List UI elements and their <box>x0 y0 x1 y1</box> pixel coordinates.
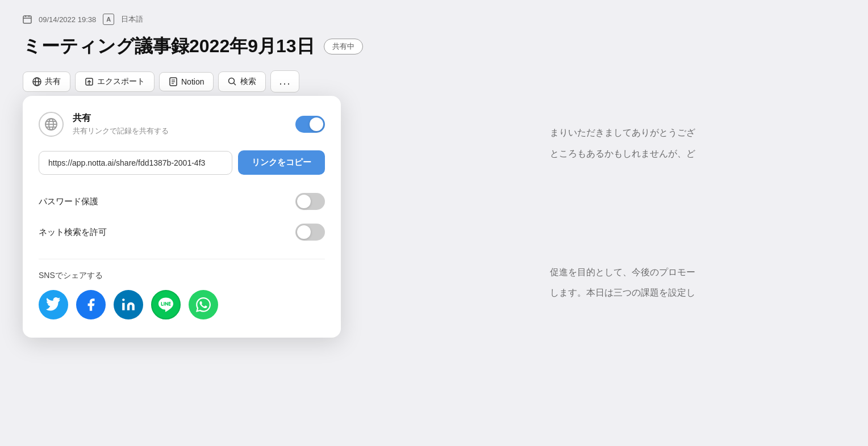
shared-badge: 共有中 <box>324 39 363 54</box>
line-share-button[interactable] <box>151 290 181 319</box>
notion-button[interactable]: Notion <box>159 72 214 91</box>
translate-icon: A <box>103 14 114 25</box>
export-button[interactable]: エクスポート <box>75 71 155 92</box>
globe-icon <box>39 112 64 137</box>
netsearch-option-row: ネット検索を許可 <box>39 217 325 247</box>
linkedin-share-button[interactable] <box>114 290 143 319</box>
facebook-share-button[interactable] <box>76 290 106 319</box>
svg-line-14 <box>234 83 236 85</box>
url-row: リンクをコピー <box>39 150 325 175</box>
search-button[interactable]: 検索 <box>218 71 266 92</box>
svg-point-13 <box>229 78 235 83</box>
copy-link-button[interactable]: リンクをコピー <box>238 150 325 175</box>
twitter-share-button[interactable] <box>39 290 68 319</box>
calendar-icon <box>23 15 32 24</box>
page-title: ミーティング議事録2022年9月13日 <box>23 34 315 59</box>
share-icon <box>32 77 41 86</box>
search-icon <box>228 77 237 86</box>
meta-date: 09/14/2022 19:38 <box>39 15 96 24</box>
sns-section: SNSでシェアする <box>39 259 325 319</box>
password-label: パスワード保護 <box>39 196 98 207</box>
share-text: 共有 共有リンクで記録を共有する <box>73 112 286 136</box>
netsearch-toggle[interactable] <box>295 224 325 241</box>
toolbar: 共有 エクスポート Notion 検索 <box>23 70 845 92</box>
export-icon <box>85 77 94 86</box>
share-title: 共有 <box>73 112 286 124</box>
svg-rect-0 <box>23 16 31 23</box>
share-toggle[interactable] <box>295 116 325 133</box>
meta-language: 日本語 <box>121 14 143 24</box>
share-url-input[interactable] <box>39 151 232 175</box>
whatsapp-share-button[interactable] <box>189 290 218 319</box>
share-button[interactable]: 共有 <box>23 71 70 92</box>
sns-title: SNSでシェアする <box>39 271 325 281</box>
notion-icon <box>169 77 178 86</box>
password-toggle[interactable] <box>295 193 325 210</box>
page-title-row: ミーティング議事録2022年9月13日 共有中 <box>23 34 845 59</box>
share-dropdown: 共有 共有リンクで記録を共有する リンクをコピー パスワード保護 <box>23 96 341 338</box>
netsearch-label: ネット検索を許可 <box>39 227 107 238</box>
meta-bar: 09/14/2022 19:38 A 日本語 <box>23 14 845 25</box>
share-subtitle: 共有リンクで記録を共有する <box>73 126 286 136</box>
sns-icons-row <box>39 290 325 319</box>
password-option-row: パスワード保護 <box>39 186 325 217</box>
svg-point-20 <box>122 298 124 301</box>
more-button[interactable]: ... <box>270 70 299 92</box>
share-toggle-row: 共有 共有リンクで記録を共有する <box>39 112 325 137</box>
